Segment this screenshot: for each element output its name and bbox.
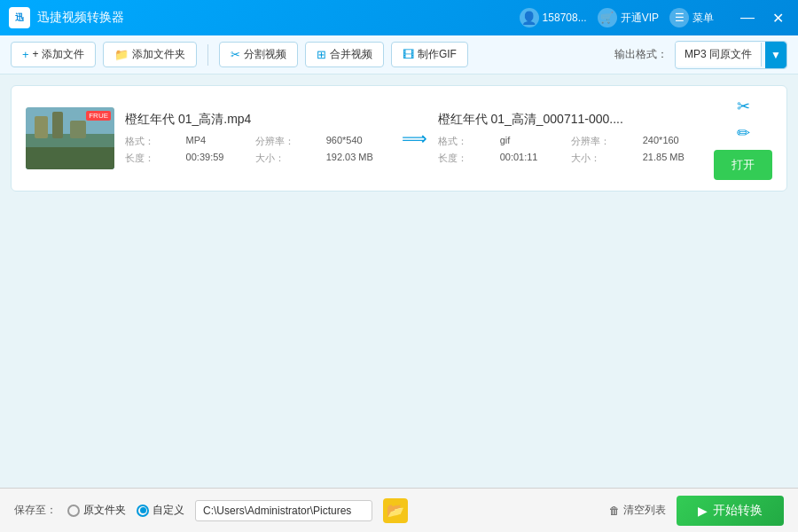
format-dropdown-arrow[interactable]: ▼ <box>765 42 786 68</box>
output-duration-value: 00:01:11 <box>500 152 557 165</box>
source-file-name: 橙红年代 01_高清.mp4 <box>125 112 391 128</box>
output-file-name: 橙红年代 01_高清_000711-000.... <box>438 112 704 128</box>
output-resolution-label: 分辨率： <box>571 135 629 148</box>
edit-icon[interactable]: ✏ <box>737 123 750 143</box>
output-format-label: 输出格式： <box>614 47 668 62</box>
option-custom[interactable]: 自定义 <box>137 503 184 518</box>
menu-icon: ☰ <box>669 8 689 27</box>
play-icon: ▶ <box>698 504 708 518</box>
svg-rect-3 <box>52 112 63 138</box>
radio-dot <box>140 507 146 513</box>
plus-icon: + <box>22 48 29 61</box>
output-size-value: 21.85 MB <box>643 152 703 165</box>
vip-button[interactable]: 🛒 开通VIP <box>598 8 659 27</box>
user-profile[interactable]: 👤 158708... <box>520 8 587 27</box>
source-file-info: 橙红年代 01_高清.mp4 格式： MP4 分辨率： 960*540 长度： … <box>125 112 391 165</box>
scissors-icon[interactable]: ✂ <box>737 97 750 116</box>
svg-rect-2 <box>35 116 48 138</box>
output-format-selector[interactable]: MP3 同原文件 ▼ <box>675 41 787 69</box>
output-format-area: 输出格式： MP3 同原文件 ▼ <box>614 41 787 69</box>
bottom-bar: 保存至： 原文件夹 自定义 📂 🗑 清空列表 ▶ 开始转换 <box>0 488 798 532</box>
merge-video-button[interactable]: ⊞ 合并视频 <box>305 42 384 67</box>
app-logo: 迅 <box>9 7 30 28</box>
gif-icon: 🎞 <box>403 48 414 61</box>
make-gif-button[interactable]: 🎞 制作GIF <box>391 42 468 67</box>
source-resolution-label: 分辨率： <box>255 135 312 148</box>
folder-icon: 📁 <box>114 48 129 61</box>
add-folder-button[interactable]: 📁 添加文件夹 <box>103 42 197 67</box>
convert-arrow-icon: ⟹ <box>402 128 427 149</box>
save-path-input[interactable] <box>195 500 372 521</box>
menu-button[interactable]: ☰ 菜单 <box>669 8 714 27</box>
divider-1 <box>207 44 208 66</box>
output-resolution-value: 240*160 <box>643 135 703 148</box>
app-title: 迅捷视频转换器 <box>37 10 520 26</box>
main-content: FRUE 橙红年代 01_高清.mp4 格式： MP4 分辨率： 960*540… <box>0 74 798 482</box>
source-resolution-value: 960*540 <box>326 135 391 148</box>
output-format-value: gif <box>500 135 557 148</box>
clear-list-button[interactable]: 🗑 清空列表 <box>609 503 666 518</box>
toolbar: + + 添加文件 📁 添加文件夹 ✂ 分割视频 ⊞ 合并视频 🎞 制作GIF 输… <box>0 35 798 74</box>
option-original-folder[interactable]: 原文件夹 <box>67 503 126 518</box>
source-size-value: 192.03 MB <box>326 152 391 165</box>
output-file-meta: 格式： gif 分辨率： 240*160 长度： 00:01:11 大小： 21… <box>438 135 704 165</box>
file-item: FRUE 橙红年代 01_高清.mp4 格式： MP4 分辨率： 960*540… <box>11 85 787 192</box>
title-bar-right: 👤 158708... 🛒 开通VIP ☰ 菜单 — ✕ <box>520 8 789 28</box>
source-duration-value: 00:39:59 <box>186 152 241 165</box>
save-options: 原文件夹 自定义 <box>67 503 184 518</box>
window-controls: — ✕ <box>735 8 789 28</box>
trash-icon: 🗑 <box>609 505 620 517</box>
source-format-label: 格式： <box>125 135 172 148</box>
thumbnail-badge: FRUE <box>86 111 111 121</box>
output-file-info: 橙红年代 01_高清_000711-000.... 格式： gif 分辨率： 2… <box>438 112 704 165</box>
format-text: MP3 同原文件 <box>676 43 762 66</box>
open-button[interactable]: 打开 <box>714 150 772 180</box>
output-duration-label: 长度： <box>438 152 486 165</box>
radio-original-icon <box>67 505 80 517</box>
svg-rect-4 <box>70 121 86 138</box>
save-to-label: 保存至： <box>14 503 57 518</box>
source-size-label: 大小： <box>255 152 312 165</box>
svg-rect-5 <box>26 147 114 169</box>
action-buttons: ✂ ✏ 打开 <box>714 97 772 180</box>
file-thumbnail: FRUE <box>26 107 114 169</box>
browse-folder-button[interactable]: 📂 <box>383 498 408 523</box>
vip-icon: 🛒 <box>598 8 617 27</box>
output-size-label: 大小： <box>571 152 629 165</box>
start-convert-button[interactable]: ▶ 开始转换 <box>677 496 784 526</box>
minimize-button[interactable]: — <box>735 8 760 27</box>
close-button[interactable]: ✕ <box>767 8 789 28</box>
source-format-value: MP4 <box>186 135 241 148</box>
add-file-button[interactable]: + + 添加文件 <box>11 42 96 67</box>
radio-custom-icon <box>137 505 149 517</box>
title-bar: 迅 迅捷视频转换器 👤 158708... 🛒 开通VIP ☰ 菜单 — ✕ <box>0 0 798 35</box>
split-video-button[interactable]: ✂ 分割视频 <box>219 42 298 67</box>
output-format-label: 格式： <box>438 135 486 148</box>
merge-icon: ⊞ <box>317 48 326 61</box>
source-file-meta: 格式： MP4 分辨率： 960*540 长度： 00:39:59 大小： 19… <box>125 135 391 165</box>
source-duration-label: 长度： <box>125 152 172 165</box>
split-icon: ✂ <box>231 48 240 61</box>
user-icon: 👤 <box>520 8 539 27</box>
